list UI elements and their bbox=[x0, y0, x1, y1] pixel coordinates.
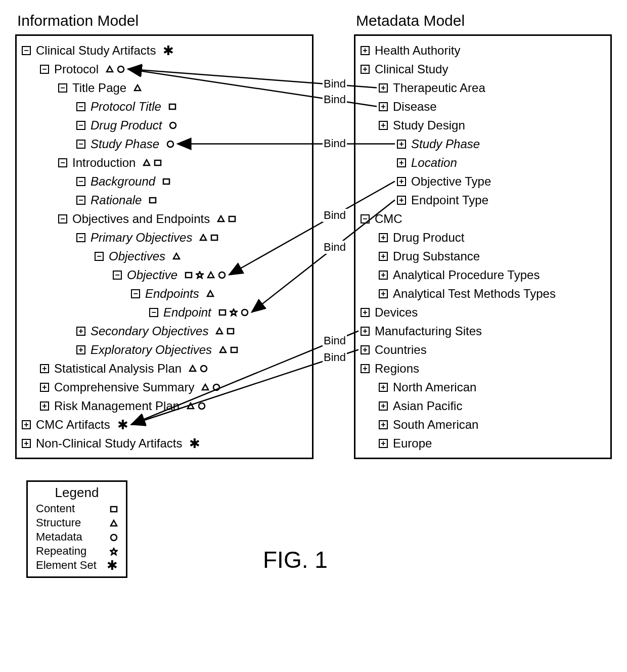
tree-toggle-icon[interactable] bbox=[95, 252, 104, 261]
tree-toggle-icon[interactable] bbox=[22, 439, 31, 448]
tree-toggle-icon[interactable] bbox=[40, 364, 49, 373]
tree-toggle-icon[interactable] bbox=[40, 401, 49, 411]
node-label: Location bbox=[411, 156, 457, 170]
tree-toggle-icon[interactable] bbox=[22, 420, 31, 429]
info-node-oe[interactable]: Objectives and Endpoints bbox=[22, 209, 307, 228]
meta-node-sa[interactable]: South American bbox=[361, 415, 605, 434]
meta-node-na[interactable]: North American bbox=[361, 378, 605, 396]
info-node-so[interactable]: Secondary Objectives bbox=[22, 322, 307, 340]
info-node-po[interactable]: Primary Objectives bbox=[22, 228, 307, 247]
node-label: Risk Management Plan bbox=[54, 399, 180, 413]
tree-toggle-icon[interactable] bbox=[149, 308, 158, 317]
legend-row-repeating: Repeating bbox=[36, 544, 118, 558]
meta-node-loc[interactable]: Location bbox=[361, 153, 605, 172]
bind-label: Bind bbox=[323, 351, 347, 364]
tree-toggle-icon[interactable] bbox=[58, 214, 67, 223]
info-node-obj[interactable]: Objective bbox=[22, 265, 307, 284]
info-node-title[interactable]: Title Page bbox=[22, 78, 307, 97]
tree-toggle-icon[interactable] bbox=[379, 83, 388, 93]
meta-node-ta[interactable]: Therapeutic Area bbox=[361, 78, 605, 97]
tree-toggle-icon[interactable] bbox=[379, 383, 388, 392]
tree-toggle-icon[interactable] bbox=[361, 65, 370, 74]
tree-toggle-icon[interactable] bbox=[76, 327, 85, 336]
tree-toggle-icon[interactable] bbox=[76, 121, 85, 130]
meta-node-ap[interactable]: Asian Pacific bbox=[361, 396, 605, 415]
info-node-sp[interactable]: Study Phase bbox=[22, 135, 307, 153]
info-node-rmp[interactable]: Risk Management Plan bbox=[22, 396, 307, 415]
tree-toggle-icon[interactable] bbox=[379, 102, 388, 111]
tree-toggle-icon[interactable] bbox=[397, 196, 406, 205]
tree-toggle-icon[interactable] bbox=[397, 177, 406, 186]
tree-toggle-icon[interactable] bbox=[397, 140, 406, 149]
tree-toggle-icon[interactable] bbox=[22, 46, 31, 55]
tree-toggle-icon[interactable] bbox=[113, 271, 122, 280]
info-node-objs[interactable]: Objectives bbox=[22, 247, 307, 265]
svg-point-3 bbox=[167, 141, 173, 147]
tree-toggle-icon[interactable] bbox=[379, 252, 388, 261]
meta-node-mdp[interactable]: Drug Product bbox=[361, 228, 605, 247]
info-node-cs[interactable]: Comprehensive Summary bbox=[22, 378, 307, 396]
meta-node-cmc[interactable]: CMC bbox=[361, 209, 605, 228]
node-label: Study Phase bbox=[411, 137, 480, 151]
info-node-dp[interactable]: Drug Product bbox=[22, 116, 307, 135]
info-node-eo[interactable]: Exploratory Objectives bbox=[22, 340, 307, 359]
node-label: Europe bbox=[393, 436, 432, 451]
tree-toggle-icon[interactable] bbox=[76, 196, 85, 205]
meta-node-ms[interactable]: Manufacturing Sites bbox=[361, 322, 605, 340]
meta-node-eu[interactable]: Europe bbox=[361, 434, 605, 453]
tree-toggle-icon[interactable] bbox=[361, 364, 370, 373]
info-node-sap[interactable]: Statistical Analysis Plan bbox=[22, 359, 307, 378]
tree-toggle-icon[interactable] bbox=[40, 65, 49, 74]
tree-toggle-icon[interactable] bbox=[379, 289, 388, 298]
tree-toggle-icon[interactable] bbox=[76, 233, 85, 242]
node-label: Objective Type bbox=[411, 174, 491, 189]
tree-toggle-icon[interactable] bbox=[76, 177, 85, 186]
tree-toggle-icon[interactable] bbox=[379, 271, 388, 280]
info-node-csa[interactable]: Clinical Study Artifacts✱ bbox=[22, 41, 307, 60]
tree-toggle-icon[interactable] bbox=[379, 420, 388, 429]
tree-toggle-icon[interactable] bbox=[361, 46, 370, 55]
meta-node-msp[interactable]: Study Phase bbox=[361, 135, 605, 153]
info-node-pt[interactable]: Protocol Title bbox=[22, 97, 307, 116]
node-label: Clinical Study Artifacts bbox=[36, 43, 156, 58]
node-label: Primary Objectives bbox=[91, 231, 192, 245]
info-node-ncsa[interactable]: Non-Clinical Study Artifacts✱ bbox=[22, 434, 307, 453]
tree-toggle-icon[interactable] bbox=[76, 140, 85, 149]
tree-toggle-icon[interactable] bbox=[361, 345, 370, 354]
meta-node-mds[interactable]: Drug Substance bbox=[361, 247, 605, 265]
meta-node-ha[interactable]: Health Authority bbox=[361, 41, 605, 60]
meta-node-dev[interactable]: Devices bbox=[361, 303, 605, 322]
tree-toggle-icon[interactable] bbox=[58, 158, 67, 167]
meta-node-apt[interactable]: Analytical Procedure Types bbox=[361, 265, 605, 284]
tree-toggle-icon[interactable] bbox=[397, 158, 406, 167]
tree-toggle-icon[interactable] bbox=[379, 439, 388, 448]
meta-node-sd[interactable]: Study Design bbox=[361, 116, 605, 135]
tree-toggle-icon[interactable] bbox=[40, 383, 49, 392]
tree-toggle-icon[interactable] bbox=[76, 345, 85, 354]
info-node-bg[interactable]: Background bbox=[22, 172, 307, 191]
tree-toggle-icon[interactable] bbox=[361, 214, 370, 223]
legend-title: Legend bbox=[36, 485, 118, 501]
info-node-proto[interactable]: Protocol bbox=[22, 60, 307, 78]
tree-toggle-icon[interactable] bbox=[379, 121, 388, 130]
meta-node-clin[interactable]: Clinical Study bbox=[361, 60, 605, 78]
info-node-intro[interactable]: Introduction bbox=[22, 153, 307, 172]
tree-toggle-icon[interactable] bbox=[379, 233, 388, 242]
meta-node-atmt[interactable]: Analytical Test Methods Types bbox=[361, 284, 605, 303]
info-node-cmca[interactable]: CMC Artifacts✱ bbox=[22, 415, 307, 434]
info-node-eps[interactable]: Endpoints bbox=[22, 284, 307, 303]
tree-toggle-icon[interactable] bbox=[379, 401, 388, 411]
meta-node-reg[interactable]: Regions bbox=[361, 359, 605, 378]
tree-toggle-icon[interactable] bbox=[76, 102, 85, 111]
info-node-rat[interactable]: Rationale bbox=[22, 191, 307, 209]
meta-node-et[interactable]: Endpoint Type bbox=[361, 191, 605, 209]
node-label: South American bbox=[393, 418, 478, 432]
tree-toggle-icon[interactable] bbox=[131, 289, 140, 298]
tree-toggle-icon[interactable] bbox=[58, 83, 67, 93]
meta-node-ctry[interactable]: Countries bbox=[361, 340, 605, 359]
info-node-ep[interactable]: Endpoint bbox=[22, 303, 307, 322]
meta-node-dis[interactable]: Disease bbox=[361, 97, 605, 116]
meta-node-ot[interactable]: Objective Type bbox=[361, 172, 605, 191]
tree-toggle-icon[interactable] bbox=[361, 308, 370, 317]
tree-toggle-icon[interactable] bbox=[361, 327, 370, 336]
